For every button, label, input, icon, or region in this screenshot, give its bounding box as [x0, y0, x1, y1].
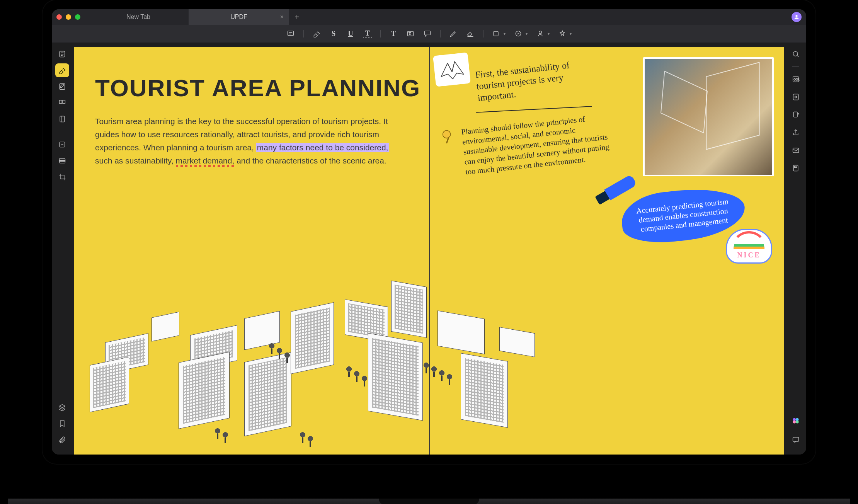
handwriting-note-1: First, the sustainability of tourism pro…: [475, 56, 601, 104]
minimize-window-button[interactable]: [66, 14, 71, 20]
email-icon[interactable]: [789, 143, 803, 157]
handwriting-note-2: Planning should follow the principles of…: [461, 111, 612, 177]
highlighted-text: many factors need to be considered,: [256, 143, 389, 152]
laptop-frame: New Tab UPDF × + S U T: [43, 0, 815, 464]
callout-tool[interactable]: [423, 29, 432, 38]
eraser-tool[interactable]: [466, 29, 475, 38]
svg-point-16: [443, 131, 451, 138]
svg-rect-26: [795, 166, 797, 167]
svg-rect-12: [60, 116, 65, 122]
chevron-down-icon[interactable]: ▾: [504, 32, 506, 36]
pushpin-sticker: [440, 128, 457, 145]
fill-sign-button[interactable]: [55, 138, 69, 152]
edit-mode-button[interactable]: [55, 80, 69, 94]
close-tab-icon[interactable]: ×: [280, 14, 284, 20]
document-title: TOURIST AREA PLANNING: [95, 74, 429, 102]
underline-stroke: [476, 106, 592, 113]
layers-icon[interactable]: [55, 400, 69, 414]
squiggly-text: market demand,: [176, 156, 235, 165]
shape-tool[interactable]: [492, 29, 500, 38]
chevron-down-icon[interactable]: ▾: [526, 32, 528, 36]
svg-point-30: [796, 421, 799, 424]
svg-text:T: T: [409, 32, 411, 36]
laptop-notch: [379, 499, 479, 504]
svg-point-18: [793, 51, 798, 56]
document-viewport[interactable]: TOURIST AREA PLANNING Tourism area plann…: [73, 43, 785, 455]
pencil-tool[interactable]: [449, 29, 458, 38]
textbox-tool[interactable]: T: [406, 29, 415, 38]
body-paragraph: Tourism area planning is the key to the …: [95, 115, 406, 167]
tab-strip: New Tab UPDF × +: [88, 9, 305, 25]
svg-point-7: [539, 31, 542, 34]
sticker-tool[interactable]: [558, 29, 567, 38]
squiggly-tool[interactable]: T: [363, 29, 372, 38]
tab-updf[interactable]: UPDF ×: [189, 9, 289, 25]
svg-rect-31: [793, 437, 799, 441]
right-sidebar: OCR: [785, 43, 806, 455]
left-sidebar: [52, 43, 73, 455]
svg-rect-4: [425, 31, 431, 35]
text-tool[interactable]: T: [389, 29, 398, 38]
origami-sticker: [433, 53, 471, 87]
signature-tool[interactable]: [536, 29, 545, 38]
svg-rect-11: [63, 100, 65, 103]
laptop-base: [8, 499, 850, 504]
tab-label: New Tab: [126, 14, 150, 20]
annotation-toolbar: S U T T T ▾ ▾ ▾ ▾: [52, 25, 806, 43]
svg-rect-17: [446, 138, 449, 144]
page-tools-button[interactable]: [55, 112, 69, 126]
svg-point-0: [795, 15, 797, 17]
attachment-icon[interactable]: [55, 433, 69, 447]
export-icon[interactable]: [789, 108, 803, 122]
sticky-note-tool[interactable]: [286, 29, 295, 38]
svg-rect-23: [793, 112, 797, 117]
nice-sticker: NICE: [726, 229, 772, 264]
bookmark-icon[interactable]: [55, 417, 69, 431]
ai-assistant-icon[interactable]: [789, 414, 803, 427]
svg-rect-10: [60, 100, 62, 103]
stamp-tool[interactable]: [514, 29, 523, 38]
tab-label: UPDF: [230, 14, 247, 20]
svg-point-22: [795, 96, 797, 98]
pdf-spread: TOURIST AREA PLANNING Tourism area plann…: [74, 47, 784, 455]
new-tab-button[interactable]: +: [289, 9, 305, 25]
close-window-button[interactable]: [56, 14, 62, 20]
svg-rect-1: [288, 31, 294, 36]
blue-annotation-blob: Accurately predicting tourism demand ena…: [619, 184, 747, 247]
underline-tool[interactable]: U: [346, 29, 355, 38]
save-icon[interactable]: [789, 90, 803, 104]
tab-new[interactable]: New Tab: [88, 9, 189, 25]
svg-rect-15: [60, 160, 65, 161]
svg-text:OCR: OCR: [794, 78, 800, 81]
chevron-down-icon[interactable]: ▾: [548, 32, 550, 36]
construction-photo: [643, 57, 774, 176]
chevron-down-icon[interactable]: ▾: [570, 32, 572, 36]
app-window: New Tab UPDF × + S U T: [52, 9, 806, 455]
svg-rect-5: [494, 31, 498, 36]
city-illustration: [74, 284, 784, 455]
svg-rect-21: [793, 94, 798, 100]
comment-mode-button[interactable]: [55, 63, 69, 77]
comments-panel-icon[interactable]: [789, 433, 803, 447]
svg-rect-24: [793, 148, 799, 153]
maximize-window-button[interactable]: [75, 14, 80, 20]
svg-point-29: [793, 421, 796, 424]
ocr-icon[interactable]: OCR: [789, 72, 803, 86]
organize-pages-button[interactable]: [55, 96, 69, 110]
window-controls: [56, 14, 80, 20]
account-avatar[interactable]: [792, 12, 802, 22]
share-icon[interactable]: [789, 126, 803, 140]
redact-button[interactable]: [55, 154, 69, 168]
search-icon[interactable]: [789, 47, 803, 61]
reader-mode-button[interactable]: [55, 47, 69, 61]
highlight-tool[interactable]: [312, 29, 321, 38]
titlebar: New Tab UPDF × +: [52, 9, 806, 25]
marker-sticker: [593, 172, 638, 208]
strikethrough-tool[interactable]: S: [329, 29, 338, 38]
crop-button[interactable]: [55, 170, 69, 184]
print-icon[interactable]: [789, 161, 803, 175]
